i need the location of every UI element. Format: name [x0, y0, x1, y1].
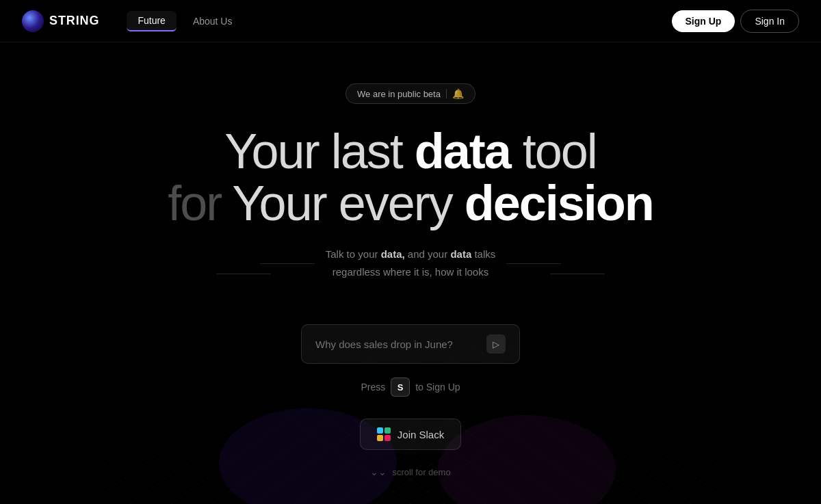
- search-submit-icon: ▷: [493, 339, 499, 349]
- nav-link-future[interactable]: Future: [127, 11, 176, 31]
- press-label: Press: [361, 382, 385, 393]
- svg-line-30: [103, 258, 226, 504]
- headline-for: for: [168, 178, 221, 230]
- svg-line-32: [103, 258, 144, 504]
- slack-seg-br: [385, 435, 391, 441]
- headline-decision-bold: decision: [465, 176, 653, 230]
- slack-seg-tr: [385, 427, 391, 434]
- svg-line-14: [636, 258, 718, 504]
- subtitle-wrap: Talk to your data, and your data talks r…: [216, 246, 605, 302]
- press-key-badge: S: [391, 377, 410, 397]
- sign-up-button[interactable]: Sign Up: [672, 10, 735, 32]
- subtitle-lines-dec: Talk to your data, and your data talks r…: [216, 246, 605, 302]
- headline-line2-text: Your every decision: [232, 178, 653, 230]
- main-content: We are in public beta 🔔 Your last data t…: [0, 42, 821, 504]
- nav-actions: Sign Up Sign In: [672, 10, 799, 33]
- headline-line1: Your last data tool: [168, 126, 653, 178]
- beta-badge-text: We are in public beta: [357, 89, 441, 99]
- svg-point-34: [438, 415, 616, 504]
- search-input[interactable]: [315, 339, 478, 350]
- slack-seg-bl: [377, 435, 383, 441]
- headline-line2: for Your every decision: [168, 178, 653, 230]
- slack-icon: [377, 427, 391, 441]
- search-submit-button[interactable]: ▷: [486, 334, 506, 354]
- navbar: STRING Future About Us Sign Up Sign In: [0, 0, 821, 42]
- logo[interactable]: STRING: [22, 10, 99, 32]
- subtitle-left-line: [216, 274, 271, 274]
- subtitle-right-line: [550, 274, 605, 274]
- headline-data-bold: data: [415, 124, 510, 178]
- logo-orb: [22, 10, 44, 32]
- nav-links: Future About Us: [127, 11, 671, 31]
- svg-line-15: [677, 258, 718, 504]
- scroll-chevrons-icon: ⌄⌄: [370, 466, 387, 477]
- hero-headline: Your last data tool for Your every decis…: [168, 126, 653, 229]
- slack-seg-tl: [377, 427, 383, 434]
- press-suffix: to Sign Up: [415, 382, 460, 393]
- search-input-wrap[interactable]: ▷: [301, 324, 520, 364]
- nav-link-about[interactable]: About Us: [182, 12, 244, 31]
- svg-line-31: [103, 258, 185, 504]
- scroll-label: scroll for demo: [392, 467, 450, 477]
- search-container: ▷: [301, 324, 520, 364]
- logo-text: STRING: [49, 14, 99, 28]
- beta-badge-icon: 🔔: [452, 88, 464, 99]
- beta-badge: We are in public beta 🔔: [346, 83, 475, 104]
- slack-label: Join Slack: [398, 429, 444, 440]
- scroll-hint: ⌄⌄ scroll for demo: [370, 466, 450, 477]
- subtitle: Talk to your data, and your data talks r…: [326, 246, 495, 280]
- press-hint: Press S to Sign Up: [361, 377, 460, 397]
- svg-line-13: [595, 258, 718, 504]
- beta-badge-divider: [446, 89, 447, 98]
- sign-in-button[interactable]: Sign In: [740, 10, 799, 33]
- join-slack-button[interactable]: Join Slack: [360, 419, 461, 450]
